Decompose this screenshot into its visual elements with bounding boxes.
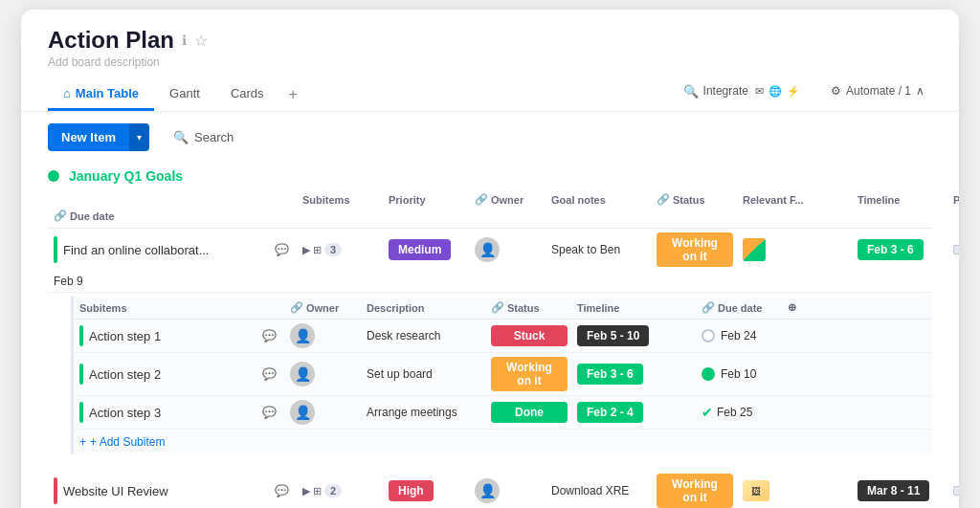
check-icon: ✔ [702, 405, 713, 420]
toolbar: New Item ▾ 🔍 Search [21, 112, 959, 163]
tabs-row: ⌂ Main Table Gantt Cards + 🔍 Integrate ✉… [48, 78, 932, 111]
app-container: Action Plan ℹ ☆ Add board description ⌂ … [21, 10, 959, 508]
item-icons: 💬 [273, 482, 291, 499]
subitems-section: Subitems 🔗Owner Description 🔗Status Time… [71, 297, 932, 454]
sub-timeline-cell[interactable]: Feb 5 - 10 [571, 321, 696, 350]
col-header-relevant: Relevant F... [737, 191, 852, 208]
avatar[interactable]: 👤 [475, 237, 500, 262]
sub-item-color-bar [79, 364, 83, 385]
status-cell[interactable]: Working on it [651, 229, 737, 271]
progress-bar-container: 0% [953, 484, 959, 497]
sub-owner-cell: 👤 [284, 320, 361, 352]
new-item-dropdown-button[interactable]: ▾ [129, 123, 149, 151]
plus-icon: + [79, 435, 86, 449]
col-header-subitems: Subitems [297, 191, 383, 208]
header: Action Plan ℹ ☆ Add board description ⌂ … [21, 10, 959, 112]
avatar[interactable]: 👤 [290, 362, 315, 387]
status-badge[interactable]: Working on it [657, 232, 733, 267]
comment-icon[interactable]: 💬 [260, 365, 278, 383]
automate-icon: ⚙ [831, 84, 841, 98]
new-item-button-group[interactable]: New Item ▾ [48, 123, 149, 151]
sub-timeline-cell[interactable]: Feb 3 - 6 [571, 360, 696, 388]
search-button[interactable]: 🔍 Search [161, 123, 246, 151]
board-description[interactable]: Add board description [48, 55, 932, 69]
tabs-left: ⌂ Main Table Gantt Cards + [48, 78, 307, 111]
sub-status-badge[interactable]: Stuck [491, 325, 568, 346]
avatar[interactable]: 👤 [290, 400, 315, 425]
sub-table-row: Action step 1 💬 👤 Desk research Stuck Fe… [74, 320, 932, 353]
sub-desc-text: Desk research [367, 329, 440, 342]
sub-timeline-badge[interactable]: Feb 2 - 4 [577, 402, 643, 423]
status-badge[interactable]: Working on it [657, 474, 733, 508]
sub-col-timeline: Timeline [571, 299, 696, 316]
sub-status-cell[interactable]: Working on it [485, 353, 571, 395]
sub-col-status: 🔗Status [485, 299, 571, 316]
avatar[interactable]: 👤 [290, 323, 315, 348]
subitems-icon: ⊞ [313, 485, 322, 497]
sub-item-name-cell: Action step 2 💬 [74, 360, 284, 388]
timeline-cell[interactable]: Feb 3 - 6 [852, 235, 947, 264]
col-header-name [48, 191, 297, 208]
sub-desc-cell: Desk research [361, 325, 485, 346]
table-row: Website UI Review 💬 ▶ ⊞ 2 High 👤 [48, 470, 932, 508]
thumbnail-icon [743, 238, 766, 261]
priority-cell: High [383, 476, 469, 505]
priority-badge[interactable]: Medium [389, 239, 451, 260]
new-item-button[interactable]: New Item [48, 123, 129, 151]
star-icon[interactable]: ☆ [194, 32, 208, 50]
timeline-badge[interactable]: Feb 3 - 6 [858, 239, 924, 260]
sub-status-cell[interactable]: Done [485, 398, 571, 427]
thumbnail-icon2: 🖼 [743, 480, 769, 501]
col-header-priority: Priority [383, 191, 469, 208]
subitems-badge[interactable]: ▶ ⊞ 3 [302, 243, 342, 256]
avatar[interactable]: 👤 [475, 478, 500, 503]
comment-icon[interactable]: 💬 [273, 241, 291, 258]
due-date-circle [702, 329, 715, 342]
sub-timeline-badge[interactable]: Feb 3 - 6 [577, 364, 643, 385]
search-icon: 🔍 [173, 130, 189, 144]
comment-icon[interactable]: 💬 [260, 404, 278, 421]
sub-timeline-cell[interactable]: Feb 2 - 4 [571, 398, 696, 427]
timeline-cell[interactable]: Mar 8 - 11 [852, 476, 947, 505]
tab-gantt[interactable]: Gantt [154, 78, 215, 111]
board-content: January Q1 Goals Subitems Priority 🔗Owne… [21, 163, 959, 508]
priority-badge[interactable]: High [389, 480, 434, 501]
tab-add[interactable]: + [279, 78, 307, 111]
add-subitem-button[interactable]: + + Add Subitem [74, 430, 932, 454]
sub-timeline-badge[interactable]: Feb 5 - 10 [577, 325, 649, 346]
subitems-count: 3 [324, 243, 342, 256]
integrate-button[interactable]: 🔍 Integrate ✉ 🌐 ⚡ [676, 80, 808, 102]
tab-main-table[interactable]: ⌂ Main Table [48, 78, 154, 111]
col-header-timeline: Timeline [852, 191, 947, 208]
priority-cell: Medium [383, 235, 469, 264]
tab-cards[interactable]: Cards [215, 78, 279, 111]
col-headers: Subitems Priority 🔗Owner Goal notes 🔗Sta… [48, 188, 932, 229]
col-header-due-date: 🔗Due date [48, 208, 297, 224]
info-icon[interactable]: ℹ [182, 33, 187, 48]
comment-icon[interactable]: 💬 [273, 482, 291, 499]
sub-col-due-date: 🔗Due date [696, 299, 782, 316]
goal-notes-cell: Speak to Ben [546, 239, 651, 260]
group-other: Website UI Review 💬 ▶ ⊞ 2 High 👤 [48, 470, 932, 508]
sub-col-add[interactable]: ⊕ [782, 299, 811, 316]
group-color-dot [48, 170, 59, 182]
sub-desc-cell: Set up board [361, 364, 485, 385]
status-cell[interactable]: Working on it [651, 470, 737, 508]
sub-status-badge[interactable]: Done [491, 402, 568, 423]
sub-status-cell[interactable]: Stuck [485, 321, 571, 350]
progress-cell: 0% [947, 480, 959, 501]
subitems-icon: ⊞ [313, 244, 322, 256]
sub-due-date-cell: Feb 24 [696, 325, 782, 346]
sub-status-badge[interactable]: Working on it [491, 357, 568, 391]
owner-cell: 👤 [469, 233, 546, 266]
col-header-status: 🔗Status [651, 191, 737, 208]
sub-col-owner: 🔗Owner [284, 299, 361, 316]
timeline-badge[interactable]: Mar 8 - 11 [858, 480, 929, 501]
sub-item-color-bar [79, 402, 83, 423]
subitems-badge[interactable]: ▶ ⊞ 2 [302, 484, 342, 497]
comment-icon[interactable]: 💬 [260, 327, 278, 344]
goal-notes-text: Download XRE [551, 484, 629, 497]
item-name-cell: Find an online collaborat... 💬 [48, 232, 297, 267]
automate-button[interactable]: ⚙ Automate / 1 ∧ [823, 80, 932, 101]
sub-col-subitems: Subitems [74, 299, 284, 316]
